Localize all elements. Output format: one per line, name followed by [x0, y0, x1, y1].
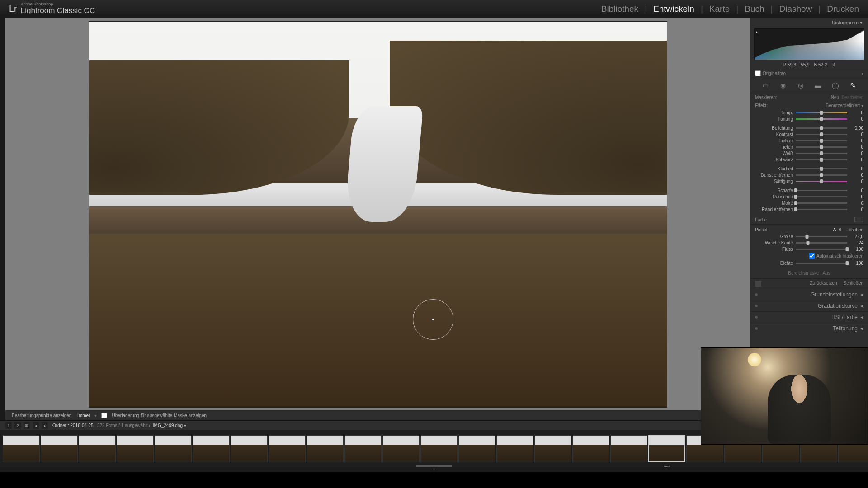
automask-checkbox[interactable] [809, 253, 815, 259]
tint-value[interactable]: 0 [850, 117, 863, 122]
filmstrip-thumb[interactable] [3, 435, 40, 462]
photo-preview[interactable] [89, 21, 667, 408]
filmstrip-thumb[interactable] [41, 435, 78, 462]
original-checkbox[interactable] [755, 70, 761, 76]
filmstrip-thumb[interactable] [155, 435, 192, 462]
moire-value[interactable]: 0 [850, 201, 863, 206]
histogram[interactable]: ▴▴ [754, 28, 864, 60]
module-print[interactable]: Drucken [827, 4, 859, 14]
brush-b-button[interactable]: B [838, 227, 841, 232]
temp-value[interactable]: 0 [850, 110, 863, 115]
left-panel-collapsed[interactable] [0, 18, 5, 420]
defringe-slider[interactable] [796, 209, 847, 210]
clarity-slider[interactable] [796, 168, 847, 169]
brush-size-value[interactable]: 22,0 [850, 234, 863, 239]
brush-density-slider[interactable] [796, 263, 847, 264]
brush-flow-value[interactable]: 100 [850, 247, 863, 252]
filmstrip-thumb[interactable] [307, 435, 344, 462]
crop-tool-icon[interactable]: ▭ [761, 81, 770, 90]
canvas[interactable] [5, 18, 750, 410]
panel-switch-icon[interactable] [755, 281, 761, 287]
shadows-value[interactable]: 0 [850, 145, 863, 150]
saturation-slider[interactable] [796, 181, 847, 182]
filmstrip-thumb[interactable] [269, 435, 306, 462]
pins-mode-dropdown[interactable]: Immer [77, 413, 90, 418]
tint-slider[interactable] [796, 118, 847, 120]
filmstrip-thumb[interactable] [231, 435, 268, 462]
noise-value[interactable]: 0 [850, 194, 863, 199]
accordion-basic[interactable]: Grundeinstellungen◀ [750, 289, 868, 300]
moire-slider[interactable] [796, 202, 847, 204]
temp-slider[interactable] [796, 112, 847, 113]
blacks-value[interactable]: 0 [850, 157, 863, 162]
whites-value[interactable]: 0 [850, 151, 863, 156]
saturation-value[interactable]: 0 [850, 179, 863, 184]
brush-size-slider[interactable] [796, 236, 847, 237]
breadcrumb[interactable]: Ordner : 2018-04-25 322 Fotos / 1 ausgew… [52, 423, 186, 428]
overlay-checkbox[interactable] [101, 413, 107, 418]
defringe-value[interactable]: 0 [850, 207, 863, 212]
clip-highlights-icon[interactable]: ▴ [861, 30, 863, 34]
accordion-split[interactable]: Teiltonung◀ [750, 323, 868, 334]
brush-tool-icon[interactable]: ✎ [849, 81, 858, 90]
dehaze-value[interactable]: 0 [850, 173, 863, 178]
filmstrip-thumb[interactable] [648, 435, 685, 462]
dehaze-slider[interactable] [796, 174, 847, 176]
filmstrip-thumb[interactable] [193, 435, 230, 462]
redeye-tool-icon[interactable]: ◎ [796, 81, 805, 90]
module-develop[interactable]: Entwickeln [653, 4, 694, 14]
filmstrip-thumb[interactable] [610, 435, 647, 462]
module-book[interactable]: Buch [745, 4, 764, 14]
filmstrip-thumb[interactable] [344, 435, 382, 462]
whites-slider[interactable] [796, 153, 847, 154]
color-swatch[interactable] [854, 217, 863, 222]
filmstrip-thumb[interactable] [382, 435, 420, 462]
contrast-slider[interactable] [796, 134, 847, 135]
close-button[interactable]: Schließen [844, 281, 863, 287]
highlights-value[interactable]: 0 [850, 138, 863, 143]
range-mask-dropdown[interactable]: Bereichsmaske : Aus [750, 268, 868, 278]
nav-prev-icon[interactable]: ◂ [33, 422, 39, 429]
module-library[interactable]: Bibliothek [601, 4, 638, 14]
mask-edit-button[interactable]: Bearbeiten [842, 95, 863, 100]
brush-erase-button[interactable]: Löschen [846, 227, 863, 232]
accordion-curve[interactable]: Gradationskurve◀ [750, 300, 868, 311]
sharpness-value[interactable]: 0 [850, 188, 863, 193]
radial-tool-icon[interactable]: ◯ [831, 81, 840, 90]
brush-a-button[interactable]: A [833, 227, 836, 232]
noise-slider[interactable] [796, 196, 847, 197]
highlights-slider[interactable] [796, 140, 847, 141]
brush-density-value[interactable]: 100 [850, 261, 863, 266]
filmstrip-thumb[interactable] [496, 435, 533, 462]
grid-view-icon[interactable]: ▦ [24, 422, 30, 429]
sharpness-slider[interactable] [796, 190, 847, 191]
filmstrip-scrollbar[interactable] [416, 465, 452, 467]
histogram-header[interactable]: Histogramm ▾ [750, 18, 868, 28]
secondary-monitor-2-icon[interactable]: 2 [14, 422, 21, 429]
clarity-value[interactable]: 0 [850, 166, 863, 171]
blacks-slider[interactable] [796, 159, 847, 160]
grad-tool-icon[interactable]: ▬ [813, 81, 822, 90]
brush-flow-slider[interactable] [796, 249, 847, 250]
effect-dropdown[interactable]: Benutzerdefiniert ▾ [826, 103, 863, 108]
exposure-value[interactable]: 0,00 [850, 126, 863, 131]
brush-feather-value[interactable]: 24 [850, 240, 863, 245]
clip-shadows-icon[interactable]: ▴ [756, 30, 758, 34]
filmstrip-thumb[interactable] [79, 435, 116, 462]
module-map[interactable]: Karte [709, 4, 730, 14]
reset-button[interactable]: Zurücksetzen [810, 281, 837, 287]
panel-collapse-bottom-icon[interactable]: ▾ [0, 467, 868, 472]
filmstrip-thumb[interactable] [572, 435, 609, 462]
spot-tool-icon[interactable]: ◉ [778, 81, 788, 90]
filmstrip-thumb[interactable] [420, 435, 458, 462]
accordion-hsl[interactable]: HSL/Farbe◀ [750, 311, 868, 323]
nav-next-icon[interactable]: ▸ [42, 422, 48, 429]
module-slideshow[interactable]: Diashow [779, 4, 812, 14]
brush-feather-slider[interactable] [796, 242, 847, 244]
filmstrip-thumb[interactable] [534, 435, 571, 462]
mask-new-button[interactable]: Neu [831, 95, 839, 100]
filmstrip-thumb[interactable] [117, 435, 154, 462]
exposure-slider[interactable] [796, 127, 847, 129]
contrast-value[interactable]: 0 [850, 132, 863, 137]
filmstrip-thumb[interactable] [458, 435, 495, 462]
